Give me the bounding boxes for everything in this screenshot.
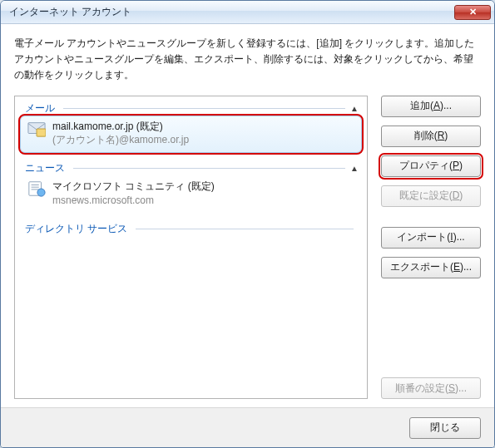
entry-primary: mail.kamome.or.jp (既定): [52, 120, 189, 134]
entry-primary: マイクロソフト コミュニティ (既定): [52, 180, 215, 194]
close-window-button[interactable]: ✕: [454, 5, 491, 20]
properties-button[interactable]: プロパティ(P): [381, 155, 481, 177]
group-mail-label: メール: [20, 101, 58, 116]
mail-account-entry[interactable]: mail.kamome.or.jp (既定) (アカウント名)@kamome.o…: [20, 116, 362, 154]
group-mail-header[interactable]: メール ▲: [20, 101, 362, 116]
group-divider: [136, 229, 354, 229]
button-label: エクスポート(E)...: [390, 260, 472, 274]
main-row: メール ▲ mail.kamome.: [14, 96, 481, 399]
dialog-footer: 閉じる: [1, 407, 494, 447]
group-divider: [63, 108, 345, 109]
group-directory-label: ディレクトリ サービス: [20, 222, 131, 236]
set-default-button: 既定に設定(D): [381, 185, 481, 207]
news-account-entry[interactable]: マイクロソフト コミュニティ (既定) msnews.microsoft.com: [20, 175, 362, 214]
button-label: 順番の設定(S)...: [395, 382, 467, 396]
group-news: ニュース ▲: [20, 161, 362, 214]
export-button[interactable]: エクスポート(E)...: [381, 257, 481, 278]
group-divider: [73, 168, 345, 169]
group-directory-header[interactable]: ディレクトリ サービス: [20, 222, 362, 236]
button-label: 追加(A)...: [410, 99, 452, 113]
flex-spacer: [381, 287, 481, 369]
button-label: プロパティ(P): [399, 159, 463, 173]
mail-account-icon: [27, 120, 46, 138]
import-button[interactable]: インポート(I)...: [381, 227, 481, 249]
chevron-up-icon: ▲: [350, 104, 362, 113]
chevron-up-icon: ▲: [350, 164, 362, 173]
remove-button[interactable]: 削除(R): [381, 126, 481, 147]
button-label: 閉じる: [430, 421, 460, 435]
button-label: 削除(R): [414, 129, 448, 143]
entry-secondary: (アカウント名)@kamome.or.jp: [52, 133, 189, 147]
side-button-column: 追加(A)... 削除(R) プロパティ(P) 既定に設定(D) インポート(I…: [381, 96, 481, 399]
group-news-label: ニュース: [20, 161, 68, 175]
internet-accounts-window: インターネット アカウント ✕ 電子メール アカウントやニュースグループを新しく…: [0, 0, 495, 448]
group-news-header[interactable]: ニュース ▲: [20, 161, 362, 175]
svg-rect-1: [37, 129, 46, 136]
news-account-icon: [27, 180, 46, 198]
entry-text: mail.kamome.or.jp (既定) (アカウント名)@kamome.o…: [52, 120, 189, 148]
entry-text: マイクロソフト コミュニティ (既定) msnews.microsoft.com: [52, 180, 215, 208]
button-label: 既定に設定(D): [399, 189, 463, 203]
add-button[interactable]: 追加(A)...: [381, 96, 481, 117]
svg-point-6: [37, 189, 45, 196]
group-mail: メール ▲ mail.kamome.: [20, 101, 362, 154]
content-area: 電子メール アカウントやニュースグループを新しく登録するには、[追加] をクリッ…: [1, 24, 494, 407]
close-button[interactable]: 閉じる: [409, 417, 481, 439]
set-order-button: 順番の設定(S)...: [381, 377, 481, 399]
entry-secondary: msnews.microsoft.com: [52, 194, 215, 208]
button-label: インポート(I)...: [397, 230, 464, 244]
account-list-panel[interactable]: メール ▲ mail.kamome.: [14, 96, 368, 399]
spacer: [381, 215, 481, 219]
window-title: インターネット アカウント: [9, 5, 454, 19]
titlebar: インターネット アカウント ✕: [1, 1, 494, 24]
close-icon: ✕: [469, 7, 477, 17]
description-text: 電子メール アカウントやニュースグループを新しく登録するには、[追加] をクリッ…: [14, 36, 481, 84]
group-directory: ディレクトリ サービス: [20, 222, 362, 236]
